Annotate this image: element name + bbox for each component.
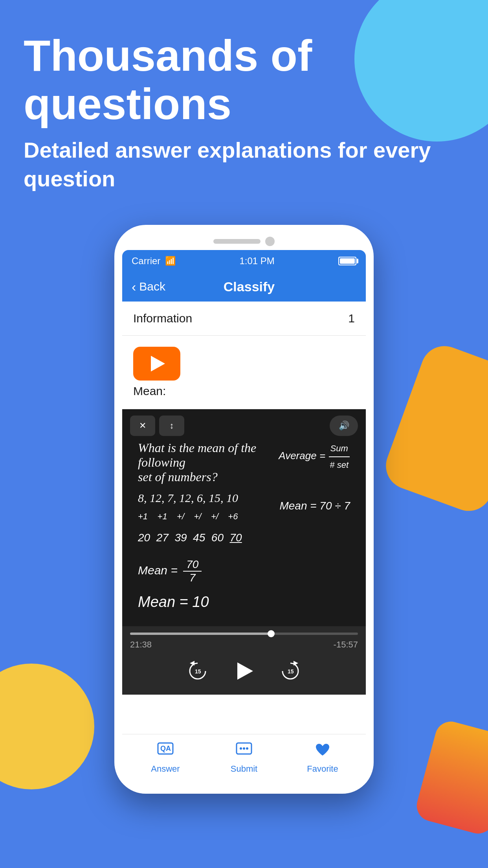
wifi-icon: 📶 — [165, 256, 176, 266]
status-left: Carrier 📶 — [132, 256, 176, 267]
nav-bar: ‹ Back Classify — [122, 272, 366, 302]
phone-mockup: Carrier 📶 1:01 PM ‹ Back Classify Inform… — [114, 225, 374, 794]
phone-screen: Carrier 📶 1:01 PM ‹ Back Classify Inform… — [122, 250, 366, 786]
mean-result: Mean = 70 ÷ 7 — [279, 496, 350, 516]
video-main-content: What is the mean of the followingset of … — [138, 441, 350, 584]
video-mean-fraction: Mean = 70 7 — [138, 558, 271, 584]
video-expand-button[interactable]: ↕ — [159, 416, 184, 436]
time-current: 21:38 — [130, 640, 152, 650]
youtube-play-button[interactable] — [133, 347, 180, 381]
info-number: 1 — [348, 312, 355, 325]
yt-play-icon — [151, 356, 165, 371]
play-button[interactable] — [232, 659, 256, 683]
close-icon: ✕ — [139, 421, 146, 431]
answer-label: Answer — [151, 764, 180, 774]
progress-handle[interactable] — [268, 630, 275, 637]
volume-icon: 🔊 — [339, 421, 349, 431]
progress-bar-fill — [130, 633, 272, 635]
info-row: Information 1 — [122, 302, 366, 336]
video-btn-group-left: ✕ ↕ — [130, 416, 184, 436]
back-label: Back — [139, 280, 165, 293]
extra-space — [122, 695, 366, 734]
video-question: What is the mean of the followingset of … — [138, 441, 271, 484]
svg-point-8 — [243, 747, 245, 750]
play-icon — [237, 662, 253, 680]
favorite-icon — [314, 742, 331, 761]
mean-final: Mean = 10 — [138, 594, 350, 611]
svg-text:QA: QA — [160, 745, 171, 752]
hero-section: Thousands of questions Detailed answer e… — [0, 0, 488, 209]
nav-item-favorite[interactable]: Favorite — [303, 742, 342, 774]
nav-item-submit[interactable]: Submit — [224, 742, 264, 774]
average-formula: Average = Sum # set — [279, 441, 350, 473]
battery-icon — [338, 257, 356, 265]
rewind-button[interactable]: 15 — [187, 660, 209, 682]
content-area: Mean: — [122, 336, 366, 409]
status-time: 1:01 PM — [239, 256, 274, 267]
nav-item-answer[interactable]: QA Answer — [146, 742, 185, 774]
video-controls-top: ✕ ↕ 🔊 — [122, 409, 366, 442]
phone-notch — [122, 237, 366, 246]
video-player: ✕ ↕ 🔊 What is the — [122, 409, 366, 695]
video-volume-button[interactable]: 🔊 — [330, 416, 358, 436]
status-bar: Carrier 📶 1:01 PM — [122, 250, 366, 272]
hero-subtitle: Detailed answer explanations for every q… — [24, 136, 464, 193]
video-close-button[interactable]: ✕ — [130, 416, 155, 436]
battery-fill — [340, 258, 355, 264]
answer-icon: QA — [157, 742, 174, 761]
phone-wrapper: Carrier 📶 1:01 PM ‹ Back Classify Inform… — [0, 225, 488, 794]
video-right-formula: Average = Sum # set Mean = 70 ÷ 7 — [279, 441, 350, 584]
phone-camera — [265, 237, 275, 246]
mean-label: Mean: — [133, 384, 355, 398]
svg-point-9 — [246, 747, 248, 750]
favorite-label: Favorite — [307, 764, 338, 774]
video-progress-area: 21:38 -15:57 15 — [122, 626, 366, 695]
svg-text:15: 15 — [288, 668, 294, 675]
submit-icon — [236, 742, 252, 761]
back-button[interactable]: ‹ Back — [132, 279, 165, 294]
svg-text:15: 15 — [195, 668, 201, 675]
progress-bar-container[interactable] — [130, 633, 358, 635]
hero-title: Thousands of questions — [24, 31, 464, 128]
expand-icon: ↕ — [170, 421, 174, 431]
video-numbers: 8, 12, 7, 12, 6, 15, 10 — [138, 491, 271, 505]
submit-label: Submit — [231, 764, 257, 774]
video-steps: +1 +1 +/ +/ +/ +6 20 27 39 45 60 70 — [138, 505, 271, 549]
bottom-nav: QA Answer Submit — [122, 734, 366, 786]
nav-title: Classify — [165, 279, 333, 294]
time-display: 21:38 -15:57 — [130, 640, 358, 650]
video-left-content: What is the mean of the followingset of … — [138, 441, 271, 584]
playback-controls: 15 15 — [130, 655, 358, 691]
svg-point-7 — [240, 747, 242, 750]
info-label: Information — [133, 312, 192, 325]
carrier-text: Carrier — [132, 256, 160, 267]
time-remaining: -15:57 — [334, 640, 358, 650]
back-arrow-icon: ‹ — [132, 279, 136, 294]
phone-speaker — [213, 239, 261, 244]
forward-button[interactable]: 15 — [279, 660, 301, 682]
